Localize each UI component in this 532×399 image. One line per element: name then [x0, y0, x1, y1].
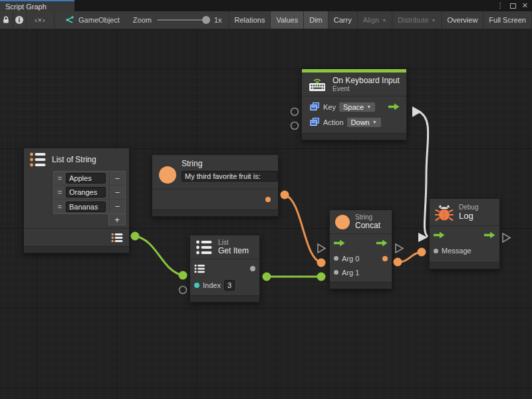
string-type-icon — [335, 215, 350, 229]
node-list-of-string[interactable]: List of String = Apples − = Oranges − = … — [23, 148, 130, 253]
node-category: Debug — [459, 203, 478, 211]
trigger-wire-end-icon — [418, 233, 428, 242]
string-output-port[interactable] — [265, 197, 271, 202]
wire-endpoint — [179, 271, 188, 280]
node-on-keyboard-input[interactable]: On Keyboard Input Event Key Space ▼ — [301, 68, 407, 140]
result-output-port[interactable] — [382, 256, 388, 261]
visual-scripting-window: Script Graph ⋮ ✕ ‹×› — [0, 0, 532, 399]
arg0-input-port[interactable] — [334, 256, 338, 261]
enum-icon — [310, 118, 320, 126]
node-footer — [302, 133, 406, 140]
arg0-row: Arg 0 — [330, 251, 392, 265]
wire-list-to-getitem — [135, 236, 183, 275]
node-footer — [190, 295, 259, 302]
list-item-row: = Bananas − — [54, 200, 125, 213]
node-footer — [330, 282, 392, 289]
string-output-row — [152, 190, 278, 209]
keyboard-icon — [307, 76, 327, 92]
drag-handle-icon[interactable]: = — [54, 174, 66, 182]
enum-icon — [310, 102, 320, 111]
wire-endpoint — [394, 258, 402, 267]
message-input-port[interactable] — [434, 249, 438, 253]
node-concat[interactable]: String Concat Arg 0 Arg 1 — [329, 209, 392, 289]
concat-trigger-in-port[interactable] — [318, 244, 325, 253]
node-title: Get Item — [218, 246, 249, 255]
list-item-field[interactable]: Apples — [66, 173, 106, 184]
list-item-field[interactable]: Oranges — [66, 187, 106, 198]
list-item-row: = Apples − — [54, 172, 125, 186]
arg1-input-port[interactable] — [334, 270, 338, 275]
remove-item-button[interactable]: − — [109, 200, 125, 213]
trigger-wire-start-icon — [412, 106, 422, 117]
wire-endpoint — [317, 273, 326, 281]
list-item-field[interactable]: Bananas — [66, 201, 106, 212]
trigger-input-arrow-icon[interactable] — [334, 239, 345, 247]
remove-item-button[interactable]: − — [109, 172, 125, 185]
action-label: Action — [323, 118, 344, 126]
keyboard-action-ext-port[interactable] — [291, 122, 299, 130]
chevron-down-icon: ▼ — [372, 120, 377, 124]
trigger-row — [430, 226, 499, 243]
trigger-input-arrow-icon[interactable] — [434, 231, 445, 239]
item-output-port[interactable] — [250, 266, 255, 271]
trigger-output-arrow-icon[interactable] — [376, 239, 388, 247]
add-item-button[interactable]: + — [108, 214, 126, 225]
remove-item-button[interactable]: − — [109, 186, 125, 199]
node-get-item[interactable]: List Get Item Index 3 — [190, 235, 260, 303]
node-category: String — [355, 213, 380, 221]
list-output-row — [24, 229, 129, 246]
wire-endpoint — [418, 248, 426, 257]
node-debug-log[interactable]: Debug Log Message — [429, 198, 500, 269]
trigger-output-arrow-icon[interactable] — [484, 231, 495, 239]
node-string-literal[interactable]: String My third favorite fruit is: — [152, 154, 279, 217]
node-subtitle: Event — [332, 85, 400, 92]
wire-keyboard-to-log — [419, 112, 428, 237]
list-items-panel: = Apples − = Oranges − = Bananas − — [53, 171, 126, 214]
key-dropdown[interactable]: Space ▼ — [339, 102, 375, 112]
node-title: Log — [459, 211, 478, 221]
message-label: Message — [442, 247, 471, 255]
list-icon — [29, 152, 47, 168]
node-footer — [152, 209, 278, 216]
concat-trigger-out-port[interactable] — [396, 244, 403, 253]
trigger-output-arrow-icon[interactable] — [388, 103, 400, 110]
index-input-port[interactable] — [194, 283, 200, 288]
drag-handle-icon[interactable]: = — [54, 203, 66, 211]
trigger-row — [330, 234, 392, 251]
getitem-index-ext-port[interactable] — [180, 287, 187, 294]
action-dropdown[interactable]: Down ▼ — [347, 118, 381, 127]
node-footer — [24, 246, 129, 253]
index-field[interactable]: 3 — [224, 280, 235, 291]
list-item-row: = Oranges − — [54, 186, 125, 200]
wire-endpoint — [263, 273, 271, 281]
index-label: Index — [203, 281, 221, 289]
wire-endpoint — [317, 259, 326, 267]
string-value-field[interactable]: My third favorite fruit is: — [182, 171, 278, 182]
bug-icon — [435, 202, 454, 222]
arg1-row: Arg 1 — [330, 265, 392, 279]
list-icon — [196, 239, 213, 255]
message-row: Message — [430, 243, 499, 258]
log-trigger-out-port[interactable] — [503, 233, 510, 242]
string-type-icon — [159, 166, 176, 184]
arg1-label: Arg 1 — [342, 269, 359, 277]
node-footer — [430, 262, 499, 269]
index-row: Index 3 — [190, 277, 259, 293]
list-input-port-icon[interactable] — [194, 264, 206, 273]
list-input-row — [190, 259, 259, 277]
drag-handle-icon[interactable]: = — [54, 188, 66, 196]
chevron-down-icon: ▼ — [366, 104, 371, 109]
action-port-row: Action Down ▼ — [306, 115, 404, 129]
node-title: On Keyboard Input — [332, 76, 400, 85]
node-title: Concat — [355, 221, 380, 230]
wire-endpoint — [281, 191, 289, 200]
wire-concat-to-log-message — [398, 252, 422, 262]
node-title: List of String — [52, 155, 96, 164]
wire-endpoint — [131, 232, 140, 241]
arg0-label: Arg 0 — [342, 255, 359, 263]
node-category: List — [218, 239, 249, 246]
list-output-port-icon[interactable] — [111, 233, 124, 243]
keyboard-key-ext-port[interactable] — [291, 108, 299, 116]
key-port-row: Key Space ▼ — [306, 100, 404, 114]
node-title: String — [182, 159, 278, 168]
